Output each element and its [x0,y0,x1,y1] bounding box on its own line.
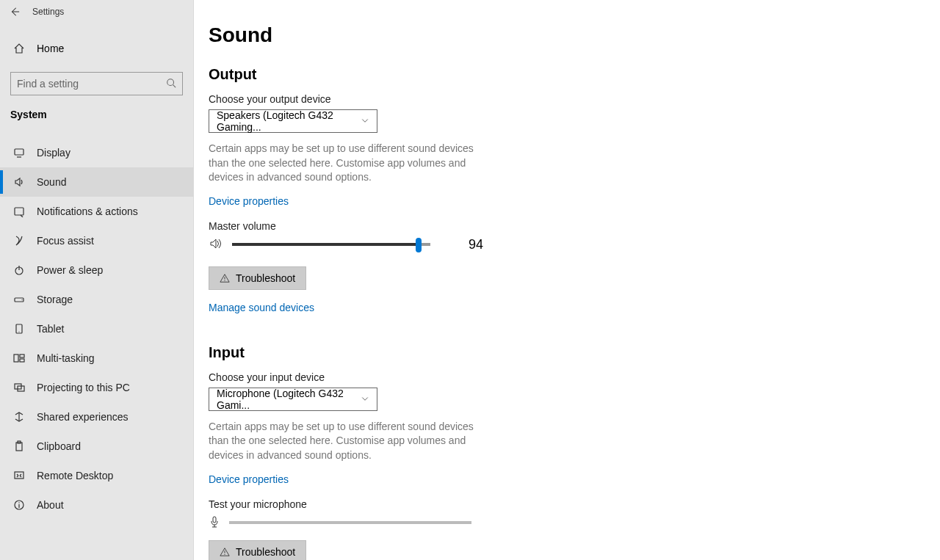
search-icon [166,78,176,90]
output-device-properties-link[interactable]: Device properties [209,195,289,207]
home-label: Home [37,43,64,54]
svg-rect-14 [20,354,24,357]
output-heading: Output [209,66,925,83]
sidebar: Settings Home System DisplaySoundNotific… [0,0,194,560]
svg-rect-15 [20,359,24,362]
sound-icon [12,176,26,188]
sidebar-item-label: Notifications & actions [37,206,138,217]
chevron-down-icon [361,115,369,127]
sidebar-item-shared[interactable]: Shared experiences [0,402,193,432]
sidebar-item-label: Remote Desktop [37,470,113,481]
sidebar-item-storage[interactable]: Storage [0,285,193,314]
sidebar-item-about[interactable]: About [0,490,193,520]
sidebar-item-notifications[interactable]: Notifications & actions [0,197,193,226]
sidebar-item-remote[interactable]: Remote Desktop [0,461,193,490]
output-device-select[interactable]: Speakers (Logitech G432 Gaming... [209,109,377,133]
svg-rect-21 [15,472,24,479]
master-volume-slider[interactable] [232,243,430,246]
output-choose-label: Choose your output device [209,93,925,105]
output-device-value: Speakers (Logitech G432 Gaming... [217,109,361,133]
sidebar-item-label: Shared experiences [37,411,129,423]
warning-icon [220,547,230,557]
sidebar-item-label: Display [37,147,70,159]
sidebar-item-label: Multi-tasking [37,352,95,364]
svg-point-29 [224,553,225,554]
focus-icon [12,235,26,247]
titlebar-title: Settings [32,7,64,17]
mic-level-bar [229,521,471,524]
page-title: Sound [209,23,925,47]
sidebar-item-power[interactable]: Power & sleep [0,255,193,285]
sidebar-item-project[interactable]: Projecting to this PC [0,373,193,402]
input-troubleshoot-label: Troubleshoot [236,546,295,558]
sidebar-item-tablet[interactable]: Tablet [0,314,193,343]
sidebar-item-label: Sound [37,176,66,188]
warning-icon [220,273,230,283]
input-heading: Input [209,344,925,361]
project-icon [12,382,26,393]
svg-rect-3 [15,149,24,155]
svg-point-26 [224,280,225,281]
sidebar-item-label: About [37,499,64,511]
input-device-value: Microphone (Logitech G432 Gami... [217,388,361,411]
input-help-text: Certain apps may be set up to use differ… [209,420,488,463]
sidebar-category: System [0,103,193,126]
output-troubleshoot-button[interactable]: Troubleshoot [209,266,306,290]
sidebar-item-focus[interactable]: Focus assist [0,226,193,255]
home-icon [12,43,26,54]
svg-rect-27 [213,517,216,523]
sidebar-item-display[interactable]: Display [0,138,193,167]
main-content: Sound Output Choose your output device S… [194,0,940,560]
power-icon [12,264,26,276]
svg-rect-13 [14,354,18,362]
sidebar-item-label: Power & sleep [37,264,103,276]
sidebar-item-label: Focus assist [37,235,94,247]
search-input[interactable] [17,78,166,90]
multitask-icon [12,352,26,364]
output-help-text: Certain apps may be set up to use differ… [209,142,488,185]
svg-line-2 [173,84,176,87]
input-troubleshoot-button[interactable]: Troubleshoot [209,540,306,560]
mic-test-row [209,516,925,530]
chevron-down-icon [361,393,369,405]
output-manage-devices-link[interactable]: Manage sound devices [209,302,314,313]
master-volume-value: 94 [469,237,483,252]
sidebar-home[interactable]: Home [0,34,193,63]
input-choose-label: Choose your input device [209,371,925,383]
input-device-properties-link[interactable]: Device properties [209,473,289,485]
svg-point-1 [167,79,174,85]
storage-icon [12,294,26,305]
sidebar-item-label: Storage [37,294,73,305]
svg-rect-5 [15,208,24,215]
display-icon [12,147,26,159]
input-device-select[interactable]: Microphone (Logitech G432 Gami... [209,388,377,411]
master-volume-row: 94 [209,236,925,253]
sidebar-item-clipboard[interactable]: Clipboard [0,432,193,461]
sidebar-item-label: Projecting to this PC [37,382,130,393]
sidebar-item-label: Clipboard [37,440,81,452]
svg-point-12 [18,331,19,332]
speaker-icon[interactable] [209,236,223,253]
shared-icon [12,411,26,423]
microphone-icon [209,516,220,530]
remote-icon [12,470,26,481]
about-icon [12,499,26,511]
test-mic-label: Test your microphone [209,498,925,510]
tablet-icon [12,323,26,335]
search-box[interactable] [10,72,183,95]
svg-rect-19 [16,443,22,451]
notifications-icon [12,206,26,217]
sidebar-item-label: Tablet [37,323,64,335]
master-volume-label: Master volume [209,220,925,232]
titlebar: Settings [0,0,193,23]
search-wrap [0,72,193,103]
output-troubleshoot-label: Troubleshoot [236,272,295,284]
clipboard-icon [12,440,26,452]
svg-point-24 [18,502,19,503]
back-button[interactable] [6,3,24,21]
sidebar-item-multitask[interactable]: Multi-tasking [0,343,193,373]
sidebar-item-sound[interactable]: Sound [0,167,193,197]
sidebar-nav: DisplaySoundNotifications & actionsFocus… [0,138,193,520]
svg-point-10 [21,299,22,300]
